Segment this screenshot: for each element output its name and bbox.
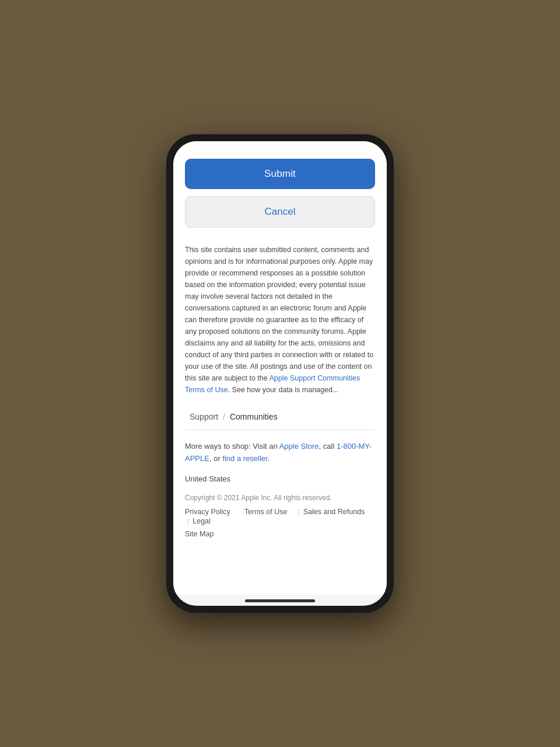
cancel-button[interactable]: Cancel	[185, 196, 375, 228]
sales-refunds-link[interactable]: Sales and Refunds	[303, 508, 365, 516]
home-indicator	[245, 599, 315, 602]
more-ways-text: More ways to shop: Visit an Apple Store,…	[185, 441, 375, 465]
copyright-text: Copyright © 2021 Apple Inc. All rights r…	[185, 494, 375, 502]
reseller-link[interactable]: find a reseller	[222, 454, 267, 463]
privacy-policy-link[interactable]: Privacy Policy	[185, 508, 230, 516]
legal-link[interactable]: Legal	[192, 517, 211, 525]
phone-screen: Submit Cancel This site contains user su…	[173, 141, 387, 606]
disclaimer-text: This site contains user submitted conten…	[185, 244, 375, 396]
support-link[interactable]: Support	[190, 412, 218, 421]
apple-store-link[interactable]: Apple Store	[279, 442, 319, 451]
footer-nav: Support / Communities	[185, 412, 375, 430]
submit-button[interactable]: Submit	[185, 159, 375, 189]
nav-separator: /	[223, 412, 225, 421]
screen-content: Submit Cancel This site contains user su…	[173, 141, 387, 595]
region-label: United States	[185, 474, 375, 483]
terms-of-use-footer-link[interactable]: Terms of Use	[244, 508, 288, 516]
footer-links: Privacy Policy Terms of Use | Sales and …	[185, 508, 375, 538]
communities-link[interactable]: Communities	[230, 412, 278, 421]
site-map-link[interactable]: Site Map	[185, 530, 214, 538]
phone-device: Submit Cancel This site contains user su…	[166, 134, 394, 613]
